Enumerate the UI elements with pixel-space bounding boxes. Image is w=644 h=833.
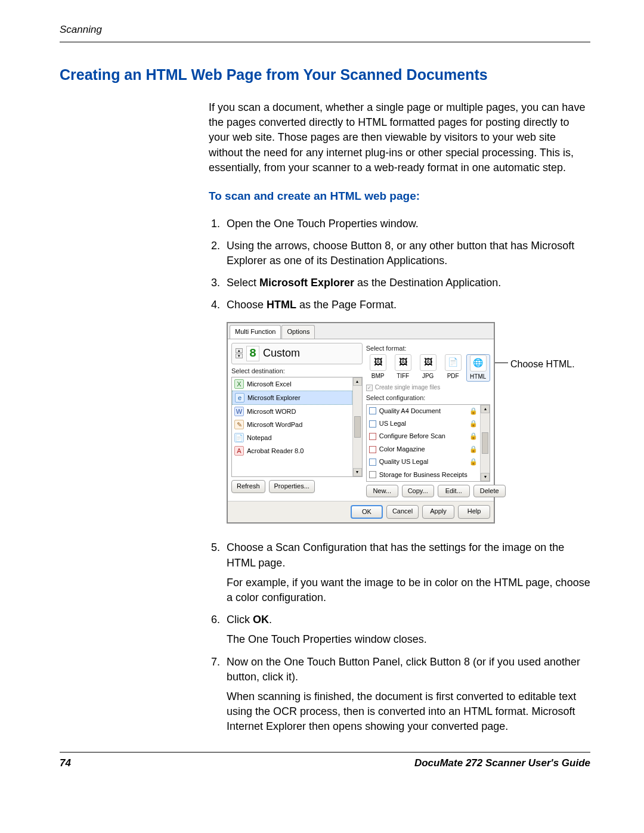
button-number: 8 (246, 346, 259, 361)
list-item-label: Color Magazine (379, 445, 425, 454)
callout-label: Choose HTML. (510, 358, 575, 371)
spinner-up-icon[interactable]: ▴ (236, 348, 243, 353)
button-selector: ▴ ▾ 8 Custom (231, 343, 363, 364)
format-label: BMP (371, 372, 385, 380)
scrollbar[interactable]: ▴ ▾ (480, 405, 490, 481)
create-single-label: Create single image files (375, 383, 441, 392)
bmp-icon: 🖼 (370, 354, 386, 371)
config-listbox[interactable]: Quality A4 Document🔒 US Legal🔒 Configure… (366, 404, 490, 482)
config-icon (369, 420, 376, 428)
header-rule (60, 42, 590, 42)
apply-button[interactable]: Apply (422, 505, 454, 519)
footer-rule (60, 752, 590, 753)
tab-options[interactable]: Options (281, 325, 315, 338)
step-3: Select Microsoft Explorer as the Destina… (223, 275, 590, 290)
new-button[interactable]: New... (366, 485, 398, 497)
list-item-label: Storage for Business Receipts (379, 470, 467, 479)
page-number: 74 (60, 757, 71, 769)
step-6-para: The One Touch Properties window closes. (227, 632, 590, 647)
list-item[interactable]: WMicrosoft WORD (232, 405, 352, 418)
list-item-label: Quality US Legal (379, 457, 429, 466)
config-icon (369, 459, 376, 466)
config-icon (369, 446, 376, 453)
intro-paragraph: If you scan a document, whether a single… (209, 100, 590, 175)
step-2: Using the arrows, choose Button 8, or an… (223, 239, 590, 268)
lock-icon: 🔒 (469, 432, 478, 441)
step-5-para: For example, if you want the image to be… (227, 575, 590, 605)
lock-icon: 🔒 (469, 407, 478, 416)
list-item-label: Acrobat Reader 8.0 (247, 447, 304, 456)
jpg-icon: 🖼 (420, 354, 436, 371)
list-item-label: Microsoft Explorer (247, 394, 301, 402)
config-icon (369, 433, 376, 440)
format-html-selected[interactable]: 🌐HTML (466, 354, 490, 382)
word-icon: W (234, 407, 244, 416)
scroll-up-icon[interactable]: ▴ (481, 405, 490, 413)
step-3-text-a: Select (227, 277, 259, 289)
select-destination-label: Select destination: (231, 367, 363, 376)
scrollbar[interactable]: ▴ ▾ (352, 377, 362, 476)
list-item[interactable]: ✎Microsoft WordPad (232, 418, 352, 431)
list-item[interactable]: Quality US Legal🔒 (367, 456, 480, 468)
list-item[interactable]: 📄Notepad (232, 431, 352, 444)
wordpad-icon: ✎ (234, 420, 244, 429)
html-icon: 🌐 (470, 355, 487, 371)
list-item-label: Microsoft Excel (247, 380, 292, 389)
checkbox-icon[interactable]: ✓ (366, 385, 373, 391)
copy-button[interactable]: Copy... (402, 485, 434, 497)
edit-button[interactable]: Edit... (438, 485, 470, 497)
scroll-thumb[interactable] (354, 416, 361, 438)
list-item[interactable]: XMicrosoft Excel (232, 377, 352, 391)
step-3-bold: Microsoft Explorer (259, 277, 354, 289)
format-pdf[interactable]: 📄PDF (441, 354, 465, 382)
ok-button[interactable]: OK (351, 505, 383, 519)
button-spinner[interactable]: ▴ ▾ (236, 348, 243, 358)
dialog-figure: Multi Function Options ▴ ▾ 8 (227, 322, 590, 524)
help-button[interactable]: Help (458, 505, 490, 519)
config-icon (369, 407, 376, 414)
list-item-label: US Legal (379, 419, 406, 428)
lock-icon: 🔒 (469, 457, 478, 466)
format-row: 🖼BMP 🖼TIFF 🖼JPG 📄PDF 🌐HTML (366, 354, 490, 382)
step-7: Now on the One Touch Button Panel, click… (223, 655, 590, 735)
list-item[interactable]: AAcrobat Reader 8.0 (232, 444, 352, 457)
format-label: TIFF (397, 372, 409, 380)
spinner-down-icon[interactable]: ▾ (236, 354, 243, 358)
select-format-label: Select format: (366, 344, 490, 353)
format-bmp[interactable]: 🖼BMP (366, 354, 390, 382)
format-tiff[interactable]: 🖼TIFF (391, 354, 415, 382)
refresh-button[interactable]: Refresh (231, 480, 265, 493)
notepad-icon: 📄 (234, 433, 244, 442)
subheading: To scan and create an HTML web page: (209, 188, 590, 205)
scroll-up-icon[interactable]: ▴ (353, 377, 362, 386)
lock-icon: 🔒 (469, 419, 478, 428)
list-item[interactable]: Color Magazine🔒 (367, 443, 480, 456)
format-label: JPG (422, 372, 434, 380)
tab-bar: Multi Function Options (228, 323, 494, 339)
destination-listbox[interactable]: XMicrosoft Excel eMicrosoft Explorer WMi… (231, 377, 363, 477)
list-item[interactable]: Quality A4 Document🔒 (367, 405, 480, 417)
list-item[interactable]: Storage for Personal Receipts (367, 481, 480, 482)
tiff-icon: 🖼 (395, 354, 411, 371)
properties-button[interactable]: Properties... (269, 480, 315, 493)
create-single-row: ✓ Create single image files (366, 383, 490, 392)
page-title: Creating an HTML Web Page from Your Scan… (60, 66, 590, 83)
list-item[interactable]: Storage for Business Receipts (367, 469, 480, 481)
format-jpg[interactable]: 🖼JPG (416, 354, 440, 382)
step-4-text-a: Choose (227, 299, 267, 311)
scroll-down-icon[interactable]: ▾ (481, 473, 490, 481)
list-item[interactable]: US Legal🔒 (367, 417, 480, 430)
pdf-format-icon: 📄 (445, 354, 462, 371)
step-7-text: Now on the One Touch Button Panel, click… (227, 656, 580, 683)
scroll-down-icon[interactable]: ▾ (353, 468, 362, 476)
scroll-thumb[interactable] (482, 432, 488, 454)
list-item-selected[interactable]: eMicrosoft Explorer (232, 391, 352, 405)
list-item[interactable]: Configure Before Scan🔒 (367, 430, 480, 442)
list-item-label: Quality A4 Document (379, 407, 441, 416)
step-1: Open the One Touch Properties window. (223, 216, 590, 231)
delete-button[interactable]: Delete (473, 485, 506, 497)
cancel-button[interactable]: Cancel (386, 505, 419, 519)
step-4-bold: HTML (267, 299, 296, 311)
step-4-text-c: as the Page Format. (296, 299, 397, 311)
tab-multi-function[interactable]: Multi Function (230, 325, 281, 338)
